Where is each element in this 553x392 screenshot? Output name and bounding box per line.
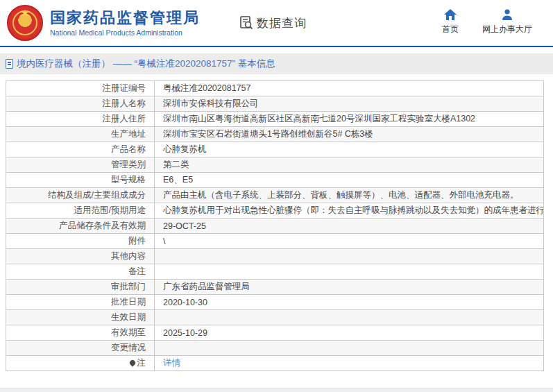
row-label: 注 <box>6 356 155 371</box>
user-icon <box>501 8 513 21</box>
table-row: 批准日期2020-10-30 <box>6 295 544 310</box>
row-label: 型号规格 <box>6 173 155 188</box>
row-value: 广东省药品监督管理局 <box>155 280 544 295</box>
table-row: 适用范围/预期用途心肺复苏机用于对出现急性心脏骤停（即：失去自主呼吸与脉搏跳动以… <box>6 203 544 219</box>
data-query-section[interactable]: 数据查询 <box>239 15 307 31</box>
row-value: 深圳市宝安区石岩街道塘头1号路创维创新谷5# C栋3楼 <box>155 127 544 142</box>
table-row: 有效期至2025-10-29 <box>6 325 544 341</box>
nav-home[interactable]: 首页 <box>442 8 459 35</box>
table-row: 注册人名称深圳市安保科技有限公司 <box>6 96 544 112</box>
site-title-block: 国家药品监督管理局 National Medical Products Admi… <box>50 9 200 36</box>
row-value <box>155 264 544 280</box>
row-label: 产品名称 <box>6 142 155 157</box>
row-value <box>155 249 544 264</box>
data-query-label: 数据查询 <box>257 15 307 31</box>
row-value: E6、E5 <box>155 173 544 188</box>
data-query-icon <box>239 15 254 31</box>
row-value: \ <box>155 234 544 249</box>
row-label: 适用范围/预期用途 <box>6 203 155 219</box>
detail-link[interactable]: 详情 <box>163 358 180 368</box>
table-row: 其他内容 <box>6 249 544 264</box>
row-value: 2020-10-30 <box>155 295 544 310</box>
row-label: 管理类别 <box>6 157 155 173</box>
footer-strip <box>0 388 553 392</box>
row-value: 第二类 <box>155 157 544 173</box>
table-row: 附件\ <box>6 234 544 249</box>
row-label: 生效日期 <box>6 310 155 325</box>
row-label: 注册人名称 <box>6 96 155 112</box>
national-emblem-logo <box>7 5 43 41</box>
nav-home-label: 首页 <box>442 24 459 35</box>
row-value <box>155 341 544 356</box>
table-row: 产品储存条件及有效期29-OCT-25 <box>6 219 544 234</box>
breadcrumb-text: 境内医疗器械（注册） —— “粤械注准20202081757” 基本信息 <box>17 58 275 70</box>
table-row: 注册证编号粤械注准20202081757 <box>6 81 544 96</box>
row-label: 变更情况 <box>6 341 155 356</box>
row-value: 29-OCT-25 <box>155 219 544 234</box>
row-value: 心肺复苏机 <box>155 142 544 157</box>
row-value: 深圳市南山区粤海街道高新区社区高新南七道20号深圳国家工程实验室大楼A1302 <box>155 112 544 127</box>
row-value: 心肺复苏机用于对出现急性心脏骤停（即：失去自主呼吸与脉搏跳动以及失去知觉）的成年… <box>155 203 544 219</box>
home-icon <box>443 8 457 21</box>
row-label: 附件 <box>6 234 155 249</box>
breadcrumb: 境内医疗器械（注册） —— “粤械注准20202081757” 基本信息 <box>0 53 553 74</box>
site-title-en: National Medical Products Administration <box>50 28 200 37</box>
row-label: 结构及组成/主要组成成分 <box>6 188 155 203</box>
row-label: 生产地址 <box>6 127 155 142</box>
table-row: 注册人住所深圳市南山区粤海街道高新区社区高新南七道20号深圳国家工程实验室大楼A… <box>6 112 544 127</box>
table-row: 备注 <box>6 264 544 280</box>
registration-info-table: 注册证编号粤械注准20202081757注册人名称深圳市安保科技有限公司注册人住… <box>6 80 544 371</box>
row-label: 审批部门 <box>6 280 155 295</box>
row-label: 备注 <box>6 264 155 280</box>
table-row: 产品名称心肺复苏机 <box>6 142 544 157</box>
row-value: 产品由主机（含电子系统、上装部分、背板、触摸屏等）、电池、适配器、外部电池充电器… <box>155 188 544 203</box>
row-label: 注册人住所 <box>6 112 155 127</box>
table-row: 型号规格E6、E5 <box>6 173 544 188</box>
table-row: 管理类别第二类 <box>6 157 544 173</box>
row-value: 粤械注准20202081757 <box>155 81 544 96</box>
document-icon <box>6 59 13 69</box>
row-label: 产品储存条件及有效期 <box>6 219 155 234</box>
row-value: 2025-10-29 <box>155 325 544 341</box>
table-row: 变更情况 <box>6 341 544 356</box>
table-row: 生效日期 <box>6 310 544 325</box>
row-label: 批准日期 <box>6 295 155 310</box>
row-value <box>155 310 544 325</box>
site-header: 国家药品监督管理局 National Medical Products Admi… <box>0 0 553 47</box>
row-value: 详情 <box>155 356 544 371</box>
table-row: 生产地址深圳市宝安区石岩街道塘头1号路创维创新谷5# C栋3楼 <box>6 127 544 142</box>
row-value: 深圳市安保科技有限公司 <box>155 96 544 112</box>
site-title-cn: 国家药品监督管理局 <box>50 9 200 26</box>
nav-online-hall[interactable]: 网上办事大厅 <box>482 8 532 35</box>
info-table-body: 注册证编号粤械注准20202081757注册人名称深圳市安保科技有限公司注册人住… <box>6 81 544 371</box>
row-label: 注册证编号 <box>6 81 155 96</box>
row-label: 有效期至 <box>6 325 155 341</box>
table-row: 结构及组成/主要组成成分产品由主机（含电子系统、上装部分、背板、触摸屏等）、电池… <box>6 188 544 203</box>
table-row: 审批部门广东省药品监督管理局 <box>6 280 544 295</box>
nav-online-hall-label: 网上办事大厅 <box>482 24 532 35</box>
row-label: 其他内容 <box>6 249 155 264</box>
note-icon <box>128 359 136 366</box>
table-row: 注详情 <box>6 356 544 371</box>
header-nav: 首页 网上办事大厅 <box>442 8 532 35</box>
